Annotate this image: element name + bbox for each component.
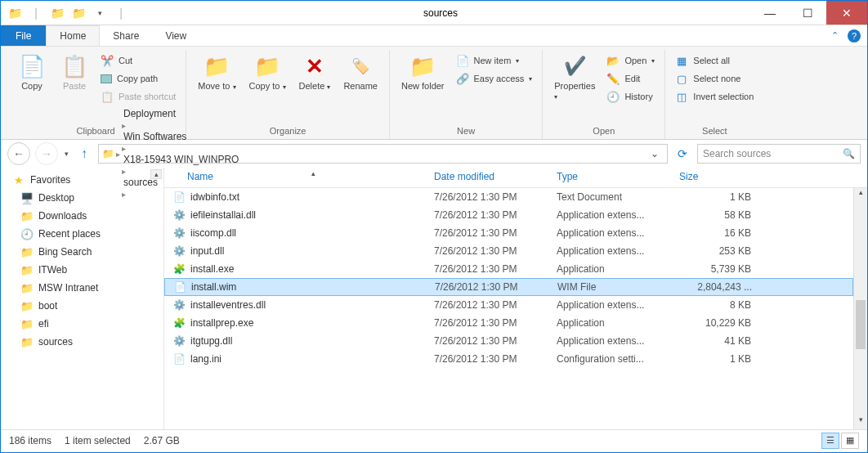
rename-icon: 🏷️: [347, 53, 374, 79]
file-row[interactable]: 🧩install.exe7/26/2012 1:30 PMApplication…: [164, 260, 853, 278]
sidebar-item[interactable]: 🕘Recent places: [1, 225, 163, 243]
search-box[interactable]: 🔍: [697, 144, 861, 164]
folder-icon: 📁: [20, 281, 34, 294]
favorites-section[interactable]: ★ Favorites: [1, 171, 163, 189]
file-row[interactable]: ⚙️iiscomp.dll7/26/2012 1:30 PMApplicatio…: [164, 224, 853, 242]
search-icon: 🔍: [843, 148, 855, 159]
column-type[interactable]: Type: [557, 171, 679, 182]
file-row[interactable]: ⚙️iefileinstallai.dll7/26/2012 1:30 PMAp…: [164, 206, 853, 224]
sidebar-item[interactable]: 📁efi: [1, 315, 163, 333]
sidebar-item-label: sources: [38, 336, 73, 348]
vertical-scrollbar[interactable]: ▴ ▾: [853, 188, 867, 429]
file-date: 7/26/2012 1:30 PM: [434, 191, 557, 203]
sidebar-item[interactable]: 📁MSW Intranet: [1, 279, 163, 297]
invert-selection-button[interactable]: ◫Invert selection: [672, 87, 757, 105]
file-row[interactable]: 📄install.wim7/26/2012 1:30 PMWIM File2,8…: [164, 278, 853, 296]
help-icon[interactable]: ?: [848, 29, 861, 43]
back-button[interactable]: ←: [7, 142, 30, 165]
file-size: 5,739 KB: [679, 263, 761, 275]
delete-button[interactable]: ✕ Delete ▾: [294, 50, 336, 94]
folder-icon: 📁: [20, 317, 34, 330]
share-tab[interactable]: Share: [100, 25, 152, 46]
rename-button[interactable]: 🏷️ Rename: [338, 50, 383, 94]
select-all-button[interactable]: ▦Select all: [672, 52, 757, 70]
history-dropdown-icon[interactable]: ▾: [63, 150, 70, 158]
file-row[interactable]: ⚙️itgtupg.dll7/26/2012 1:30 PMApplicatio…: [164, 332, 853, 350]
scroll-down-icon[interactable]: ▾: [854, 415, 867, 429]
properties-button[interactable]: ✔️ Properties▾: [549, 50, 600, 104]
file-row[interactable]: 📄lang.ini7/26/2012 1:30 PMConfiguration …: [164, 350, 853, 368]
file-name: idwbinfo.txt: [190, 191, 239, 203]
history-button[interactable]: 🕘History: [603, 87, 658, 105]
forward-button[interactable]: →: [35, 142, 58, 165]
file-date: 7/26/2012 1:30 PM: [434, 317, 557, 329]
scrollbar-thumb[interactable]: [856, 300, 866, 349]
tree-scroll-up[interactable]: ▴: [150, 169, 162, 179]
copy-to-button[interactable]: 📁 Copy to ▾: [244, 50, 291, 94]
paste-button[interactable]: 📋 Paste: [55, 50, 94, 94]
sidebar-item[interactable]: 📁Bing Search: [1, 243, 163, 261]
new-folder-icon[interactable]: 📁: [48, 4, 66, 22]
easy-access-icon: 🔗: [456, 72, 469, 85]
sidebar-item[interactable]: 📁boot: [1, 297, 163, 315]
chevron-right-icon[interactable]: ▸: [122, 144, 126, 153]
move-to-button[interactable]: 📁 Move to ▾: [193, 50, 240, 94]
cut-button[interactable]: ✂️Cut: [97, 52, 179, 70]
edit-icon: ✏️: [606, 72, 620, 85]
file-row[interactable]: 🧩installprep.exe7/26/2012 1:30 PMApplica…: [164, 314, 853, 332]
column-size[interactable]: Size: [679, 171, 761, 182]
home-tab[interactable]: Home: [46, 25, 100, 46]
copy-button[interactable]: 📄 Copy: [12, 50, 51, 94]
paste-shortcut-button[interactable]: 📋Paste shortcut: [97, 87, 179, 105]
sidebar-item[interactable]: 📁sources: [1, 333, 163, 351]
close-button[interactable]: ✕: [826, 1, 867, 25]
icons-view-button[interactable]: ▦: [841, 433, 859, 449]
refresh-button[interactable]: ⟳: [673, 147, 692, 160]
column-date[interactable]: Date modified: [434, 171, 557, 182]
breadcrumb-item[interactable]: Deployment: [122, 108, 240, 119]
file-row[interactable]: ⚙️installeventres.dll7/26/2012 1:30 PMAp…: [164, 296, 853, 314]
edit-button[interactable]: ✏️Edit: [603, 70, 658, 87]
sort-indicator-icon: ▴: [311, 169, 315, 177]
file-type-icon: ⚙️: [172, 209, 186, 222]
file-size: 8 KB: [679, 299, 761, 311]
scroll-up-icon[interactable]: ▴: [854, 188, 867, 202]
address-bar[interactable]: 📁 ▸ Deployment▸Win Softwares▸X18-15943 W…: [98, 144, 668, 164]
file-row[interactable]: ⚙️input.dll7/26/2012 1:30 PMApplication …: [164, 242, 853, 260]
folder-icon: 📁: [20, 263, 34, 276]
new-folder-button[interactable]: 📁 New folder: [396, 50, 450, 94]
maximize-button[interactable]: ☐: [789, 1, 826, 25]
details-view-button[interactable]: ☰: [821, 433, 839, 449]
breadcrumb-item[interactable]: Win Softwares: [122, 131, 240, 142]
select-none-button[interactable]: ▢Select none: [672, 70, 757, 87]
column-name[interactable]: Name▴: [164, 171, 434, 182]
chevron-right-icon[interactable]: ▸: [122, 121, 126, 130]
sidebar-item[interactable]: 📁Downloads: [1, 207, 163, 225]
breadcrumb-item[interactable]: X18-15943 WIN_WINPRO: [122, 154, 240, 165]
copy-path-button[interactable]: Copy path: [97, 70, 179, 87]
file-tab[interactable]: File: [1, 25, 46, 46]
easy-access-button[interactable]: 🔗Easy access ▾: [453, 70, 536, 87]
properties-icon[interactable]: 📁: [69, 4, 87, 22]
view-tab[interactable]: View: [152, 25, 199, 46]
file-date: 7/26/2012 1:30 PM: [434, 263, 557, 275]
paste-label: Paste: [63, 81, 86, 91]
collapse-ribbon-icon[interactable]: ⌃: [823, 25, 846, 46]
sidebar-item[interactable]: 📁ITWeb: [1, 261, 163, 279]
selection-count: 1 item selected: [65, 435, 131, 446]
chevron-right-icon[interactable]: ▸: [116, 150, 120, 159]
up-button[interactable]: ↑: [75, 145, 93, 163]
path-icon: [101, 74, 112, 83]
drive-icon: 📁: [102, 148, 114, 159]
file-row[interactable]: 📄idwbinfo.txt7/26/2012 1:30 PMText Docum…: [164, 188, 853, 206]
address-dropdown-icon[interactable]: ⌄: [646, 148, 664, 159]
ribbon-tabs: File Home Share View ⌃ ?: [1, 25, 867, 47]
open-button[interactable]: 📂Open ▾: [603, 52, 658, 70]
qat-dropdown-icon[interactable]: ▾: [91, 4, 109, 22]
new-item-button[interactable]: 📄New item ▾: [453, 52, 536, 70]
sidebar-item[interactable]: 🖥️Desktop: [1, 189, 163, 207]
search-input[interactable]: [703, 148, 843, 159]
minimize-button[interactable]: —: [751, 1, 789, 25]
folder-icon: 📁: [20, 245, 34, 258]
window-controls: — ☐ ✕: [751, 1, 867, 25]
